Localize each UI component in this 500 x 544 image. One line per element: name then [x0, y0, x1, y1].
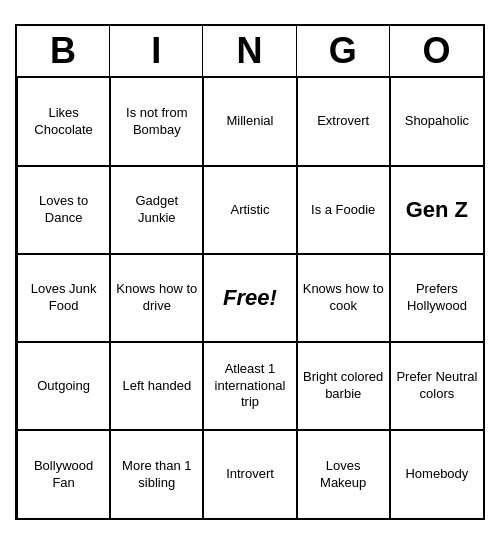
bingo-cell-12: Free!	[203, 254, 296, 342]
header-letter-o: O	[390, 26, 483, 76]
bingo-cell-20: Bollywood Fan	[17, 430, 110, 518]
bingo-cell-8: Is a Foodie	[297, 166, 390, 254]
header-letter-b: B	[17, 26, 110, 76]
bingo-cell-18: Bright colored barbie	[297, 342, 390, 430]
bingo-grid: Likes ChocolateIs not from BombayMilleni…	[17, 78, 483, 518]
header-letter-i: I	[110, 26, 203, 76]
bingo-cell-5: Loves to Dance	[17, 166, 110, 254]
bingo-cell-15: Outgoing	[17, 342, 110, 430]
bingo-cell-9: Gen Z	[390, 166, 483, 254]
bingo-cell-19: Prefer Neutral colors	[390, 342, 483, 430]
bingo-cell-2: Millenial	[203, 78, 296, 166]
bingo-card: BINGO Likes ChocolateIs not from BombayM…	[15, 24, 485, 520]
bingo-cell-0: Likes Chocolate	[17, 78, 110, 166]
bingo-cell-21: More than 1 sibling	[110, 430, 203, 518]
header-letter-n: N	[203, 26, 296, 76]
bingo-cell-1: Is not from Bombay	[110, 78, 203, 166]
bingo-cell-13: Knows how to cook	[297, 254, 390, 342]
bingo-cell-4: Shopaholic	[390, 78, 483, 166]
bingo-cell-17: Atleast 1 international trip	[203, 342, 296, 430]
bingo-cell-23: Loves Makeup	[297, 430, 390, 518]
bingo-cell-24: Homebody	[390, 430, 483, 518]
header-letter-g: G	[297, 26, 390, 76]
bingo-cell-10: Loves Junk Food	[17, 254, 110, 342]
bingo-cell-6: Gadget Junkie	[110, 166, 203, 254]
bingo-cell-11: Knows how to drive	[110, 254, 203, 342]
bingo-cell-16: Left handed	[110, 342, 203, 430]
bingo-cell-3: Extrovert	[297, 78, 390, 166]
bingo-header: BINGO	[17, 26, 483, 78]
bingo-cell-22: Introvert	[203, 430, 296, 518]
bingo-cell-7: Artistic	[203, 166, 296, 254]
bingo-cell-14: Prefers Hollywood	[390, 254, 483, 342]
